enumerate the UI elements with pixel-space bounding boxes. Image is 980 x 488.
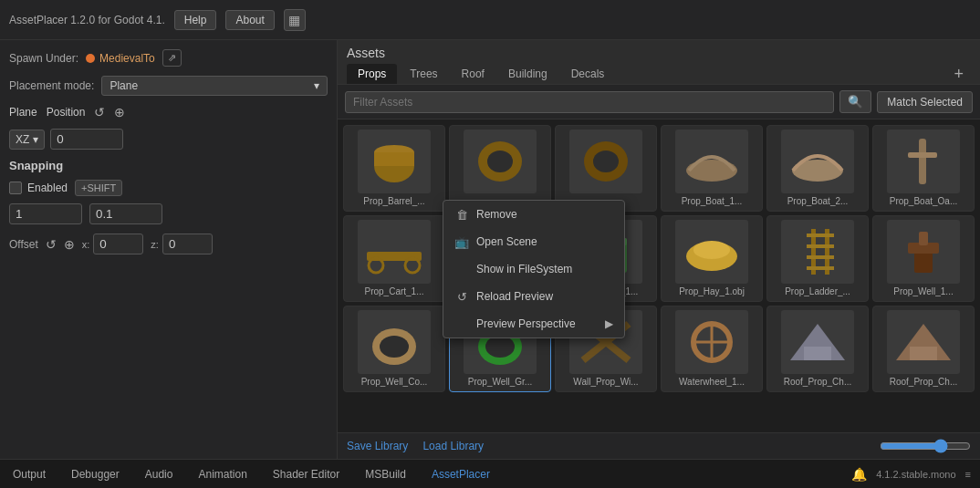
footer-tab-assetplacer[interactable]: AssetPlacer xyxy=(428,466,494,483)
tab-bar: Props Trees Roof Building Decals + xyxy=(347,64,971,84)
list-item[interactable]: Prop_Ladder_... xyxy=(766,215,869,302)
svg-point-21 xyxy=(693,241,730,259)
list-item[interactable]: Prop_Boat_2... xyxy=(766,125,869,212)
list-item[interactable] xyxy=(555,125,657,212)
assets-title: Assets xyxy=(347,46,971,60)
spawn-under-text: MedievalTo xyxy=(99,52,155,65)
offset-add-icon[interactable]: ⊕ xyxy=(64,237,75,252)
bottom-bar: Save Library Load Library xyxy=(338,432,980,459)
position-input[interactable] xyxy=(50,129,123,150)
calendar-icon[interactable]: ▦ xyxy=(284,9,306,31)
enabled-checkbox[interactable] xyxy=(9,182,22,194)
context-show-filesystem[interactable]: Show in FileSystem xyxy=(443,255,624,283)
tab-building[interactable]: Building xyxy=(497,64,558,84)
asset-name: Prop_Well_Gr... xyxy=(468,377,532,388)
zoom-slider-container xyxy=(880,439,971,453)
load-library-button[interactable]: Load Library xyxy=(422,440,484,452)
asset-name: Wall_Prop_Wi... xyxy=(573,377,638,388)
list-item[interactable]: Prop_Well_1... xyxy=(872,215,975,302)
footer-tab-audio[interactable]: Audio xyxy=(141,466,177,483)
list-item[interactable]: Prop_Cart_1... xyxy=(343,215,445,302)
search-button[interactable]: 🔍 xyxy=(839,90,871,113)
trash-icon: 🗑 xyxy=(454,207,469,222)
context-remove[interactable]: 🗑 Remove xyxy=(443,201,624,228)
context-open-scene-label: Open Scene xyxy=(476,235,537,248)
about-button[interactable]: About xyxy=(225,10,274,30)
tab-props[interactable]: Props xyxy=(347,64,397,84)
placement-mode-dropdown[interactable]: Plane ▾ xyxy=(101,76,328,96)
list-item[interactable] xyxy=(449,125,551,212)
bell-icon: 🔔 xyxy=(851,467,867,482)
tab-roof[interactable]: Roof xyxy=(451,64,495,84)
list-item[interactable]: Waterwheel_1... xyxy=(661,306,763,392)
app-title: AssetPlacer 1.2.0 for Godot 4.1. xyxy=(9,14,165,26)
list-item[interactable]: Prop_Boat_Oa... xyxy=(872,125,975,212)
save-library-button[interactable]: Save Library xyxy=(347,440,408,452)
footer: Output Debugger Audio Animation Shader E… xyxy=(0,459,980,488)
footer-tab-animation[interactable]: Animation xyxy=(194,466,250,483)
context-open-scene[interactable]: 📺 Open Scene xyxy=(443,228,624,255)
asset-name: Waterwheel_1... xyxy=(679,377,745,388)
zoom-slider[interactable] xyxy=(880,439,971,453)
asset-name: Prop_Boat_1... xyxy=(682,196,743,207)
asset-thumb xyxy=(887,310,960,374)
footer-tab-msbuild[interactable]: MSBuild xyxy=(361,466,410,483)
footer-right: 🔔 4.1.2.stable.mono ≡ xyxy=(851,467,971,482)
settings-icon[interactable]: ≡ xyxy=(965,469,971,480)
chevron-down-icon: ▾ xyxy=(314,79,319,92)
spawn-under-label: Spawn Under: xyxy=(9,52,78,65)
footer-tab-shader-editor[interactable]: Shader Editor xyxy=(269,466,343,483)
snap-value1-input[interactable] xyxy=(9,203,82,224)
asset-name: Prop_Ladder_... xyxy=(785,286,850,297)
svg-rect-10 xyxy=(908,152,937,158)
help-button[interactable]: Help xyxy=(174,10,217,30)
svg-rect-2 xyxy=(374,152,414,166)
list-item[interactable]: Prop_Hay_1.obj xyxy=(661,215,763,302)
assets-header: Assets Props Trees Roof Building Decals … xyxy=(338,40,980,85)
x-input[interactable] xyxy=(93,234,143,254)
footer-tab-output[interactable]: Output xyxy=(9,466,49,483)
list-item[interactable]: Prop_Boat_1... xyxy=(661,125,763,212)
svg-rect-26 xyxy=(807,255,834,259)
list-item[interactable]: Prop_Barrel_... xyxy=(343,125,445,212)
z-input[interactable] xyxy=(162,234,213,254)
offset-row: Offset ↺ ⊕ x: z: xyxy=(9,234,328,254)
enabled-checkbox-label[interactable]: Enabled xyxy=(9,182,68,194)
add-tab-button[interactable]: + xyxy=(946,65,971,84)
asset-thumb xyxy=(887,130,960,193)
footer-tab-debugger[interactable]: Debugger xyxy=(68,466,123,483)
asset-name: Prop_Boat_Oa... xyxy=(890,196,958,207)
x-label: x: xyxy=(82,239,90,250)
tab-trees[interactable]: Trees xyxy=(399,64,448,84)
list-item[interactable]: Roof_Prop_Ch... xyxy=(872,306,975,392)
reload-icon: ↺ xyxy=(454,289,469,304)
spawn-link-button[interactable]: ⇗ xyxy=(162,49,182,67)
xz-select[interactable]: XZ ▾ xyxy=(9,130,45,150)
asset-name: Prop_Hay_1.obj xyxy=(679,286,745,297)
add-icon[interactable]: ⊕ xyxy=(114,105,125,119)
placement-mode-value: Plane xyxy=(109,79,138,92)
reset-icon[interactable]: ↺ xyxy=(94,105,105,119)
asset-thumb xyxy=(781,130,854,193)
main-layout: Spawn Under: MedievalTo ⇗ Placement mode… xyxy=(0,40,980,459)
asset-name: Roof_Prop_Ch... xyxy=(890,377,958,388)
context-reload-preview-label: Reload Preview xyxy=(476,290,553,303)
position-label: Position xyxy=(47,106,86,119)
x-coord-pair: x: xyxy=(82,234,144,254)
svg-rect-9 xyxy=(919,139,926,184)
match-selected-button[interactable]: Match Selected xyxy=(877,91,973,113)
context-reload-preview[interactable]: ↺ Reload Preview xyxy=(443,283,624,310)
asset-name: Prop_Well_Co... xyxy=(361,377,428,388)
plane-position-row: Plane Position ↺ ⊕ xyxy=(9,105,328,119)
snapping-title: Snapping xyxy=(9,159,328,172)
asset-thumb xyxy=(887,220,960,284)
tab-decals[interactable]: Decals xyxy=(560,64,616,84)
list-item[interactable]: Prop_Well_Co... xyxy=(343,306,445,392)
list-item[interactable]: Roof_Prop_Ch... xyxy=(766,306,869,392)
snap-value2-input[interactable] xyxy=(89,203,162,224)
snapping-enabled-row: Enabled +SHIFT xyxy=(9,180,328,196)
filter-assets-input[interactable] xyxy=(345,91,834,113)
context-preview-perspective[interactable]: Preview Perspective ▶ xyxy=(443,310,624,337)
right-panel: Assets Props Trees Roof Building Decals … xyxy=(338,40,980,459)
offset-reset-icon[interactable]: ↺ xyxy=(46,237,57,252)
